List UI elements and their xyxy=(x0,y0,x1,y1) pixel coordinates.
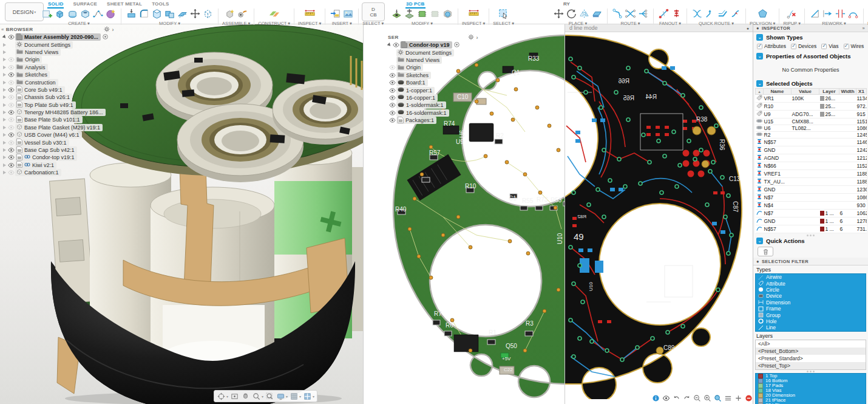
layer-preset[interactable]: <All> xyxy=(756,340,866,348)
group-label[interactable]: QUICK ROUTE ▾ xyxy=(699,21,734,26)
expand-arrow-icon[interactable] xyxy=(1,58,7,61)
show-icon[interactable] xyxy=(662,394,671,403)
expand-arrow-icon[interactable] xyxy=(1,103,7,107)
pan-icon[interactable] xyxy=(241,392,250,401)
browser-item-base-plate-sub-v101-1[interactable]: Base Plate Sub v101:1 xyxy=(1,116,114,123)
eye-icon[interactable] xyxy=(7,140,15,145)
route-multi-icon[interactable] xyxy=(637,7,649,20)
eye-icon[interactable] xyxy=(388,95,396,100)
browser-item-base-cap-sub-v42-1[interactable]: Base Cap Sub v42:1 xyxy=(1,146,114,154)
layer-presets-list[interactable]: <All><Preset_Bottom><Preset_Standard><Pr… xyxy=(755,340,866,370)
design-workspace-menu[interactable]: DESIGN ▾ xyxy=(5,2,44,21)
caret-icon[interactable]: ▾ xyxy=(262,394,263,399)
browser-item-16-copper-1[interactable]: 16-copper:1 xyxy=(386,94,478,101)
group-label[interactable]: INSPECT ▾ xyxy=(298,21,321,26)
browser-item-usb-cover-m44-v6-1[interactable]: USB Cover (M44) v6:1 xyxy=(1,131,114,139)
expand-arrow-icon[interactable] xyxy=(1,126,7,129)
eye-icon[interactable] xyxy=(388,103,396,108)
browser-root-item[interactable]: Master Assembly 2020-090... xyxy=(1,33,114,41)
insert-image-icon[interactable] xyxy=(342,7,354,20)
selected-object-row[interactable]: N$571146 xyxy=(756,139,867,146)
checkbox-wires[interactable]: Wires xyxy=(844,43,864,49)
window-divider-ab[interactable] xyxy=(363,0,364,404)
checkbox-devices[interactable]: Devices xyxy=(791,43,816,49)
layer-preset[interactable]: <Preset_Bottom> xyxy=(756,348,866,355)
expand-arrow-icon[interactable] xyxy=(1,148,7,152)
selected-object-row[interactable]: R21245 xyxy=(756,132,867,139)
expand-arrow-icon[interactable] xyxy=(1,111,7,114)
shell-icon[interactable] xyxy=(151,7,163,20)
fillet-icon[interactable] xyxy=(138,7,151,20)
type-filter-line[interactable]: Line xyxy=(756,324,866,330)
orbit-icon[interactable] xyxy=(217,392,226,401)
component-color-badge[interactable] xyxy=(103,34,108,41)
sort-icon[interactable]: ▴ xyxy=(758,90,760,94)
zoom-icon[interactable] xyxy=(252,392,261,401)
rework-spacing-icon[interactable] xyxy=(834,7,847,20)
browser-item-origin[interactable]: Origin xyxy=(386,64,478,71)
delete-selected-button[interactable] xyxy=(758,247,773,256)
checkbox-icon[interactable] xyxy=(844,44,849,49)
browser-item-condor-top-v19-1[interactable]: Condor-top v19:1 xyxy=(1,154,114,161)
gear-icon[interactable] xyxy=(104,26,110,33)
selected-object-row[interactable]: U15CMX88...1151.7... xyxy=(756,118,867,125)
eye-icon[interactable] xyxy=(388,73,396,78)
gear-icon[interactable] xyxy=(468,34,474,41)
press-pull-icon[interactable] xyxy=(125,7,138,20)
selected-object-row[interactable]: N$571 ...6731.88... xyxy=(756,225,867,233)
spline-icon[interactable] xyxy=(92,7,104,20)
info-icon[interactable] xyxy=(651,394,660,403)
eye-icon[interactable] xyxy=(7,103,15,108)
expand-arrow-icon[interactable] xyxy=(1,73,7,77)
zoom-select-icon[interactable] xyxy=(713,394,722,403)
caret-icon[interactable]: ▾ xyxy=(299,394,301,399)
component-color-badge[interactable] xyxy=(454,42,459,49)
type-filter-dimension[interactable]: Dimension xyxy=(756,300,866,306)
eye-icon[interactable] xyxy=(7,110,15,115)
ripup-icon[interactable] xyxy=(785,7,798,20)
browser-item-packages-1[interactable]: Packages:1 xyxy=(386,117,478,124)
browser-item-carbonation-1[interactable]: Carbonation:1 xyxy=(1,169,114,176)
selected-object-row[interactable]: VR1100K26...1134.1... xyxy=(756,95,867,103)
expand-arrow-icon[interactable] xyxy=(1,171,7,174)
expand-arrow-icon[interactable] xyxy=(1,163,7,167)
chevron-down-icon[interactable]: ⌄ xyxy=(756,80,763,87)
browser-item-top-plate-sub-v49-1[interactable]: Top Plate Sub v49:1 xyxy=(1,101,114,109)
browser-header[interactable]: «BROWSER› xyxy=(1,26,114,33)
group-label[interactable]: INSPECT ▾ xyxy=(462,21,485,26)
route-manual-icon[interactable] xyxy=(611,7,624,20)
new-component-icon[interactable] xyxy=(223,7,236,20)
types-filter-list[interactable]: AirwireAttributeCircleDeviceDimensionFra… xyxy=(755,273,866,332)
expand-arrow-icon[interactable] xyxy=(1,156,7,159)
quick-route-bus-icon[interactable] xyxy=(716,7,729,20)
browser-item-tenergy-mh48285-battery-186[interactable]: Tenergy MH48285 Battery 186... xyxy=(1,109,114,116)
quick-route-signal-icon[interactable] xyxy=(729,7,742,20)
eye-icon[interactable] xyxy=(7,35,15,39)
chevron-icon[interactable]: › xyxy=(476,35,478,41)
construction-plane-icon[interactable] xyxy=(268,7,280,20)
selected-objects-section[interactable]: ⌄ Selected Objects xyxy=(753,80,868,88)
browser-item-base-plate-gasket-m29-v19-1[interactable]: Base Plate Gasket (M29) v19:1 xyxy=(1,124,114,131)
selected-object-row[interactable]: N$71086 xyxy=(756,194,867,202)
selected-object-row[interactable]: U6TL082...1086.4... xyxy=(756,125,867,132)
expand-arrow-icon[interactable] xyxy=(1,118,7,122)
type-filter-group[interactable]: Group xyxy=(756,312,866,318)
fanout-via-icon[interactable] xyxy=(657,7,670,20)
selected-object-row[interactable]: AGND1212 xyxy=(756,154,867,162)
zoom-out-icon[interactable] xyxy=(693,394,702,403)
selected-object-row[interactable]: GND1 ...61278 xyxy=(756,217,867,225)
layer-preset[interactable]: <Preset_Standard> xyxy=(756,355,866,362)
type-filter-frame[interactable]: Frame xyxy=(756,306,866,312)
eye-icon[interactable] xyxy=(388,80,396,85)
group-label[interactable]: INSERT ▾ xyxy=(332,21,352,26)
create-sketch-icon[interactable] xyxy=(41,7,53,20)
grid-icon[interactable] xyxy=(290,392,299,401)
redo-icon[interactable] xyxy=(682,394,691,403)
offset-face-icon[interactable] xyxy=(176,7,189,20)
zoom-in-icon[interactable] xyxy=(703,394,712,403)
measure-icon[interactable] xyxy=(467,7,480,20)
expand-arrow-icon[interactable] xyxy=(1,88,7,92)
group-label[interactable]: ROUTE ▾ xyxy=(620,21,640,26)
pcb3d-menu-clipped[interactable]: D CB xyxy=(362,2,385,21)
browser-item-sketches[interactable]: Sketches xyxy=(1,71,114,78)
